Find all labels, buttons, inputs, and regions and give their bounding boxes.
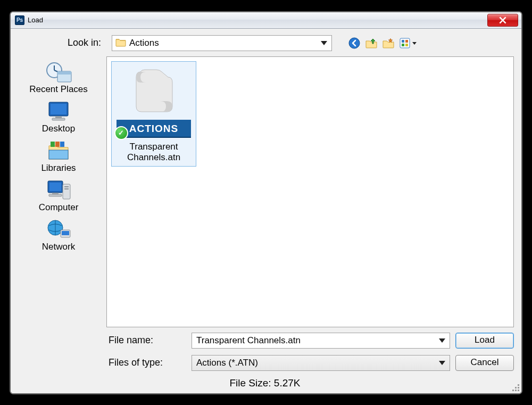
file-thumbnail: ACTIONS ✓: [117, 65, 191, 139]
resize-grip[interactable]: [511, 383, 519, 391]
computer-icon: [45, 179, 72, 201]
file-size-label: File Size: 5.27K: [16, 377, 514, 389]
checkmark-icon: ✓: [114, 126, 128, 140]
svg-rect-19: [60, 142, 64, 147]
svg-rect-6: [402, 44, 404, 46]
view-menu-icon: [400, 37, 417, 49]
script-scroll-icon: [124, 67, 183, 120]
chevron-down-icon: [439, 338, 445, 343]
svg-rect-22: [49, 183, 61, 191]
svg-rect-24: [49, 194, 62, 196]
places-bar: Recent Places Desktop Libraries: [16, 56, 101, 327]
look-in-combo[interactable]: Actions: [112, 35, 332, 51]
look-in-value: Actions: [129, 38, 321, 48]
svg-rect-27: [64, 188, 69, 189]
libraries-icon: [45, 139, 72, 162]
places-computer[interactable]: Computer: [16, 177, 101, 213]
places-network[interactable]: Network: [16, 216, 101, 252]
dialog-body: Look in: Actions: [11, 29, 521, 393]
file-name-combo[interactable]: Transparent Channels.atn: [192, 333, 450, 349]
svg-rect-4: [402, 40, 404, 43]
actions-badge-text: ACTIONS: [129, 123, 179, 135]
svg-rect-18: [55, 142, 60, 147]
new-folder-icon: [382, 37, 395, 49]
middle-area: Recent Places Desktop Libraries: [16, 56, 514, 327]
chevron-down-icon: [439, 361, 445, 365]
back-button[interactable]: [348, 37, 361, 49]
svg-rect-16: [52, 118, 65, 120]
places-network-label: Network: [42, 242, 75, 252]
file-item-label: Transparent Channels.atn: [114, 142, 194, 163]
svg-rect-26: [64, 186, 69, 187]
bottom-controls: File name: Transparent Channels.atn Load…: [16, 333, 514, 371]
recent-places-icon: [45, 61, 72, 83]
actions-badge: ACTIONS ✓: [117, 120, 191, 138]
places-libraries[interactable]: Libraries: [16, 137, 101, 173]
chevron-down-icon: [321, 41, 327, 45]
files-of-type-value: Actions (*.ATN): [196, 358, 258, 368]
network-icon: [45, 218, 72, 241]
svg-rect-14: [51, 104, 66, 114]
file-name-value: Transparent Channels.atn: [196, 335, 301, 346]
back-icon: [348, 37, 360, 49]
folder-up-icon: [365, 37, 378, 49]
svg-rect-7: [405, 44, 408, 46]
look-in-row: Look in: Actions: [16, 34, 514, 52]
svg-rect-15: [55, 116, 62, 118]
svg-rect-12: [57, 71, 71, 75]
places-desktop-label: Desktop: [42, 123, 75, 134]
desktop-icon: [45, 100, 72, 122]
close-icon: [499, 16, 506, 24]
cancel-button[interactable]: Cancel: [455, 355, 514, 371]
files-of-type-combo[interactable]: Actions (*.ATN): [192, 355, 450, 371]
folder-icon: [115, 37, 126, 48]
load-dialog: Ps Load Look in: Actions: [10, 12, 522, 394]
places-recent-label: Recent Places: [29, 84, 88, 95]
svg-point-2: [349, 38, 360, 48]
svg-rect-3: [400, 38, 410, 48]
places-libraries-label: Libraries: [41, 163, 76, 173]
svg-rect-17: [51, 142, 55, 147]
view-menu-button[interactable]: [399, 37, 417, 49]
files-of-type-label: Files of type:: [106, 357, 192, 368]
toolbar-icons: [348, 37, 417, 49]
places-desktop[interactable]: Desktop: [16, 98, 101, 134]
svg-rect-30: [62, 231, 69, 235]
file-item-transparent-channels[interactable]: ACTIONS ✓ Transparent Channels.atn: [111, 61, 196, 167]
file-list[interactable]: ACTIONS ✓ Transparent Channels.atn: [106, 56, 514, 327]
new-folder-button[interactable]: [382, 37, 395, 49]
photoshop-app-icon: Ps: [15, 15, 24, 25]
file-name-label: File name:: [106, 335, 192, 346]
up-one-level-button[interactable]: [365, 37, 378, 49]
look-in-label: Look in:: [16, 37, 106, 48]
window-title: Load: [28, 16, 487, 24]
places-recent[interactable]: Recent Places: [16, 59, 101, 95]
titlebar: Ps Load: [11, 12, 521, 29]
close-button[interactable]: [487, 14, 518, 27]
svg-rect-5: [405, 40, 408, 43]
svg-rect-20: [49, 150, 68, 159]
places-computer-label: Computer: [39, 202, 79, 213]
load-button[interactable]: Load: [455, 333, 514, 349]
